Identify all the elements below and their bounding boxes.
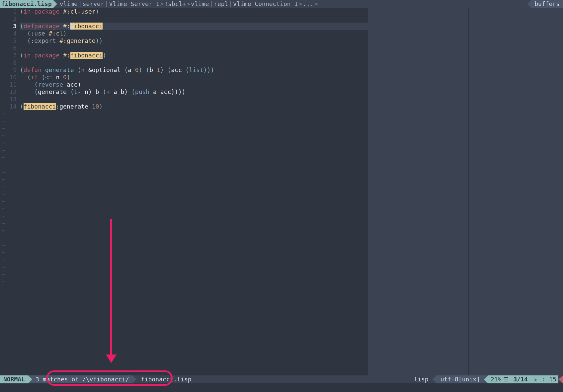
code-line[interactable] <box>20 96 368 103</box>
code-token: 0 <box>63 74 67 81</box>
breadcrumb-item[interactable]: Vlime Server 1 <box>109 0 160 8</box>
code-token: ( <box>74 66 81 73</box>
pipe-icon: | <box>104 0 109 8</box>
code-token: )) <box>96 37 103 44</box>
tilde-line: ~ <box>1 220 368 227</box>
tab-active[interactable]: fibonacci.lisp <box>0 0 53 8</box>
code-line[interactable] <box>20 44 368 52</box>
filename: fibonacci.lisp <box>136 375 196 383</box>
line-number: 9 <box>0 66 17 74</box>
code-line[interactable]: (:use #:cl) <box>20 30 368 37</box>
code-token: ( <box>20 88 38 95</box>
statusline: NORMAL 3 matches of /\vfibonacci/ fibona… <box>0 375 563 383</box>
filename-text: fibonacci.lisp <box>141 376 192 383</box>
code-token: ( <box>20 66 24 73</box>
tabline-spacer <box>321 0 527 8</box>
tilde-line: ~ <box>1 212 368 220</box>
line-number: 5 <box>0 37 17 44</box>
chevron-right-icon: > <box>314 0 319 8</box>
code-token: generate <box>38 88 70 95</box>
code-token: )) <box>203 66 211 73</box>
tilde-line: ~ <box>1 110 368 118</box>
code-line[interactable]: (defun generate (n &optional (a 0) (b 1)… <box>20 66 368 74</box>
code-line[interactable]: (reverse acc) <box>20 81 368 88</box>
breadcrumb-item[interactable]: vlime <box>60 0 78 8</box>
line-number: 14 <box>0 103 17 110</box>
tilde-line: ~ <box>1 242 368 249</box>
code-token: 0 <box>135 66 139 73</box>
encoding-text: utf-8[unix] <box>441 376 480 383</box>
cursor: f <box>70 23 74 30</box>
code-token: a <box>128 66 135 73</box>
right-pane-2[interactable] <box>469 8 563 375</box>
code-token: in-package <box>24 52 59 59</box>
separator-icon <box>28 375 32 383</box>
breadcrumb-item[interactable]: !sbcl+ <box>164 0 186 8</box>
position-text: 3/14 <box>513 376 527 383</box>
breadcrumb-item[interactable]: ... <box>303 0 314 8</box>
encoding: utf-8[unix] <box>437 375 484 383</box>
line-number: 10 <box>0 74 17 81</box>
tilde-line: ~ <box>1 176 368 183</box>
code-token: ( <box>103 88 106 95</box>
code-token: <= <box>45 74 52 81</box>
tilde-line: ~ <box>1 118 368 125</box>
breadcrumb-item[interactable]: repl <box>214 0 228 8</box>
line-number: 2 <box>0 15 17 23</box>
line-number: 8 <box>0 59 17 66</box>
code-line[interactable]: (generate (1- n) b (+ a b) (push a acc))… <box>20 88 368 96</box>
code-token: ( <box>20 37 31 44</box>
code-line[interactable]: (in-package #:cl-user) <box>20 8 368 15</box>
code-area[interactable]: (in-package #:cl-user)(defpackage #:fibo… <box>20 8 368 110</box>
right-pane-1[interactable] <box>369 8 468 375</box>
tab-breadcrumbs[interactable]: vlime | server | Vlime Server 1 > !sbcl+… <box>57 0 321 8</box>
line-number: 4 <box>0 30 17 37</box>
code-line[interactable] <box>20 15 368 23</box>
code-token: list <box>189 66 203 73</box>
mode-indicator: NORMAL <box>0 375 28 383</box>
tilde-line: ~ <box>1 249 368 256</box>
hamburger-icon: ☰ <box>503 376 508 383</box>
code-token: if <box>31 74 38 81</box>
breadcrumb-item[interactable]: server <box>83 0 104 8</box>
code-token: ( <box>20 23 24 30</box>
editor-pane[interactable]: 1234567891011121314 (in-package #:cl-use… <box>0 8 368 375</box>
tilde-line: ~ <box>1 264 368 271</box>
code-token: n &optional <box>81 66 124 73</box>
tilde-line: ~ <box>1 125 368 132</box>
right-panes <box>369 8 563 375</box>
code-token: acc) <box>63 81 81 88</box>
code-token: #:cl <box>45 30 63 37</box>
line-number: 1 <box>0 8 17 15</box>
code-token: ) ( <box>160 66 171 73</box>
code-token: ) <box>67 74 70 81</box>
code-line[interactable]: (fibonacci:generate 10) <box>20 103 368 110</box>
breadcrumb-item[interactable]: vlime <box>191 0 209 8</box>
editor[interactable]: 1234567891011121314 (in-package #:cl-use… <box>0 8 368 110</box>
code-token: ( <box>20 74 31 81</box>
breadcrumb-item[interactable]: Vlime Connection 1 <box>233 0 298 8</box>
line-number: 12 <box>0 88 17 96</box>
buffers-label: buffers <box>534 0 560 8</box>
tilde-line: ~ <box>1 147 368 154</box>
buffers-button[interactable]: buffers <box>531 0 563 8</box>
command-line[interactable] <box>0 383 563 392</box>
code-line[interactable]: (if (<= n 0) <box>20 74 368 81</box>
code-token: defun <box>24 66 41 73</box>
line-number: 3 <box>0 23 17 30</box>
code-token: ( <box>20 81 38 88</box>
code-line[interactable] <box>20 59 368 66</box>
pipe-icon: | <box>228 0 233 8</box>
code-token: :generate <box>56 103 92 110</box>
tilde-line: ~ <box>1 278 368 285</box>
code-line[interactable]: (:export #:generate)) <box>20 37 368 44</box>
code-token: #:cl-user <box>59 8 95 15</box>
code-line[interactable]: (in-package #:fibonacci) <box>20 52 368 59</box>
code-token: #: <box>59 23 70 30</box>
chevron-right-icon: > <box>186 0 191 8</box>
tilde-line: ~ <box>1 161 368 169</box>
code-line[interactable]: (defpackage #:fibonacci <box>20 23 368 30</box>
search-status-text: 3 matches of /\vfibonacci/ <box>36 376 129 383</box>
statusline-spacer <box>196 375 410 383</box>
line-number: 6 <box>0 44 17 52</box>
